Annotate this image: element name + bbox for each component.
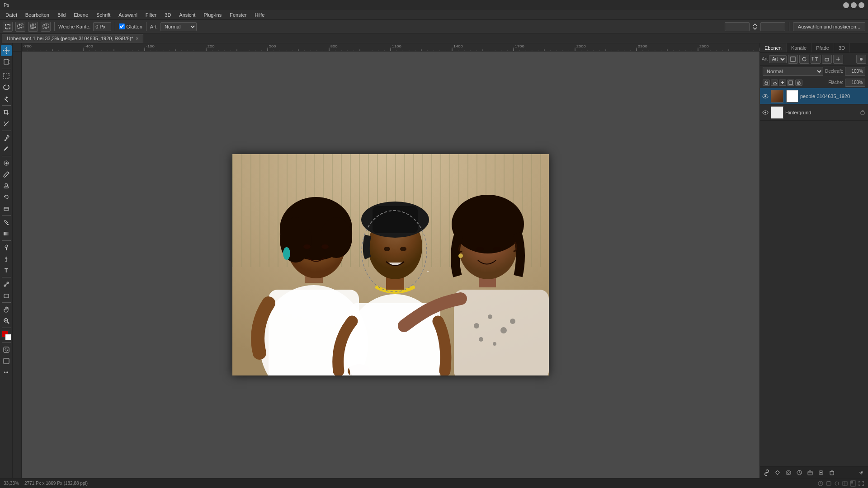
menu-hilfe[interactable]: Hilfe — [251, 11, 268, 19]
tool-slice[interactable] — [1, 118, 12, 129]
tool-artboard[interactable] — [1, 56, 12, 67]
filter-type-btn[interactable]: T T — [811, 55, 821, 64]
tool-dodge[interactable] — [1, 242, 12, 253]
tool-type[interactable]: T — [1, 265, 12, 276]
layer-visibility-0[interactable] — [762, 93, 769, 100]
window-controls[interactable] — [843, 2, 864, 8]
intersect-selection-btn[interactable] — [41, 22, 51, 32]
layer-item-0[interactable]: people-3104635_1920 — [760, 88, 868, 104]
maximize-button[interactable] — [851, 2, 857, 8]
menu-auswahl[interactable]: Auswahl — [115, 11, 141, 19]
lock-transparent-btn[interactable] — [763, 80, 770, 86]
tool-more[interactable]: ••• — [1, 367, 12, 378]
menu-3d[interactable]: 3D — [161, 11, 175, 19]
close-button[interactable] — [859, 2, 864, 8]
lock-position-btn[interactable] — [779, 80, 786, 86]
menu-fenster[interactable]: Fenster — [226, 11, 250, 19]
menu-ansicht[interactable]: Ansicht — [175, 11, 199, 19]
style-select[interactable]: Normal — [160, 22, 197, 31]
tool-stamp[interactable] — [1, 180, 12, 191]
doc-tab-close[interactable]: × — [136, 36, 138, 41]
menu-filter[interactable]: Filter — [142, 11, 160, 19]
swap-icon[interactable] — [751, 23, 759, 30]
bg-color-chip[interactable] — [5, 334, 11, 340]
tab-3d[interactable]: 3D — [834, 43, 850, 52]
svg-point-218 — [321, 244, 329, 249]
filter-shape-btn[interactable] — [822, 55, 832, 64]
tool-hand[interactable] — [1, 304, 12, 315]
subtract-selection-btn[interactable] — [28, 22, 38, 32]
tool-fill[interactable] — [1, 217, 12, 228]
lock-image-btn[interactable] — [771, 80, 778, 86]
tool-eraser[interactable] — [1, 203, 12, 214]
menu-bild[interactable]: Bild — [54, 11, 69, 19]
layers-bottom-toolbar — [760, 466, 868, 478]
tool-pen[interactable] — [1, 253, 12, 264]
svg-text:2600: 2600 — [699, 45, 709, 48]
document-tab[interactable]: Unbenannt-1 bei 33,3% (people-3104635_19… — [2, 34, 143, 43]
tool-magic-wand[interactable] — [1, 93, 12, 104]
opacity-input[interactable] — [845, 67, 865, 76]
tool-eyedropper[interactable] — [1, 132, 12, 143]
svg-rect-179 — [269, 154, 269, 267]
canvas-area[interactable]: -700-400-1002005008001100140017002000230… — [13, 43, 760, 478]
tab-ebenen[interactable]: Ebenen — [760, 43, 787, 52]
tool-quick-mask[interactable] — [1, 344, 12, 355]
tool-crop[interactable] — [1, 107, 12, 118]
delete-layer-btn[interactable] — [827, 468, 837, 477]
color-chips[interactable] — [1, 330, 11, 340]
tool-gradient[interactable] — [1, 228, 12, 239]
filter-pixel-btn[interactable] — [788, 55, 798, 64]
new-layer-btn[interactable] — [816, 468, 826, 477]
filter-type-select[interactable]: Art — [769, 55, 787, 63]
menu-bearbeiten[interactable]: Bearbeiten — [22, 11, 53, 19]
tool-rect-select[interactable] — [1, 70, 12, 81]
width-input[interactable] — [725, 22, 750, 31]
blend-mode-select[interactable]: Normal — [763, 67, 823, 76]
layer-item-1[interactable]: Hintergrund — [760, 104, 868, 121]
menu-ebene[interactable]: Ebene — [70, 11, 92, 19]
lock-all-btn[interactable] — [795, 80, 802, 86]
add-mask-btn[interactable] — [783, 468, 793, 477]
tab-pfade[interactable]: Pfade — [811, 43, 834, 52]
add-style-btn[interactable] — [773, 468, 783, 477]
tool-screen-mode[interactable] — [1, 356, 12, 366]
menu-plugins[interactable]: Plug-ins — [200, 11, 225, 19]
tool-ruler[interactable] — [1, 144, 12, 155]
smooth-checkbox[interactable] — [119, 23, 125, 29]
scratch-disk-icon — [817, 480, 824, 487]
svg-rect-268 — [843, 481, 847, 486]
svg-line-21 — [7, 322, 9, 324]
menu-schrift[interactable]: Schrift — [93, 11, 114, 19]
tab-kanaele[interactable]: Kanäle — [787, 43, 811, 52]
svg-point-233 — [479, 337, 483, 342]
filter-adjust-btn[interactable] — [799, 55, 809, 64]
tool-move[interactable] — [1, 45, 12, 56]
soft-edge-input[interactable] — [93, 22, 111, 31]
panel-settings-btn[interactable] — [856, 468, 866, 477]
new-selection-btn[interactable] — [3, 22, 13, 32]
filter-toggle-btn[interactable] — [856, 55, 866, 64]
tool-path-select[interactable] — [1, 279, 12, 290]
lock-artboard-btn[interactable] — [787, 80, 794, 86]
fill-input[interactable] — [845, 79, 865, 87]
canvas-image-container[interactable]: + — [232, 154, 549, 375]
height-input[interactable] — [760, 22, 785, 31]
filter-smart-btn[interactable] — [833, 55, 843, 64]
tool-brush[interactable] — [1, 169, 12, 180]
tool-shape[interactable] — [1, 290, 12, 301]
tool-heal[interactable] — [1, 158, 12, 169]
minimize-button[interactable] — [843, 2, 849, 8]
canvas-viewport[interactable]: + — [22, 52, 760, 478]
layer-visibility-1[interactable] — [762, 109, 769, 116]
new-group-btn[interactable] — [805, 468, 815, 477]
tool-lasso[interactable] — [1, 82, 12, 93]
link-layers-btn[interactable] — [762, 468, 772, 477]
tool-zoom[interactable] — [1, 315, 12, 326]
add-adjustment-btn[interactable] — [794, 468, 804, 477]
menu-datei[interactable]: Datei — [2, 11, 21, 19]
select-mask-button[interactable]: Auswählen und maskieren... — [793, 22, 865, 31]
add-selection-btn[interactable] — [15, 22, 25, 32]
smooth-checkbox-label[interactable]: Glätten — [119, 23, 142, 29]
tool-history[interactable] — [1, 192, 12, 202]
